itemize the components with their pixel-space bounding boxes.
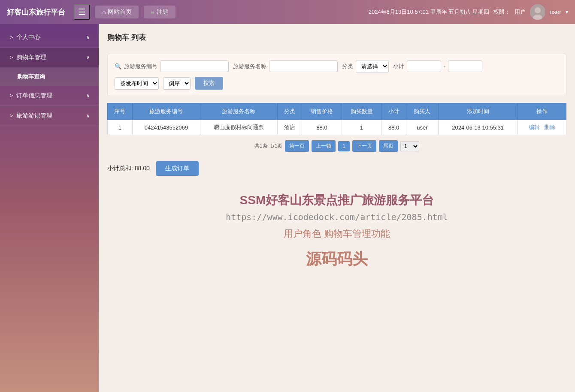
th-category: 分类 (277, 103, 302, 120)
subtotal-field: 小计 - (393, 60, 482, 72)
datetime-display: 2024年6月13日10:57:01 甲辰年 五月初八 星期四 (369, 8, 489, 16)
promo-ssm-title: SSM好客山东景点推广旅游服务平台 (120, 192, 554, 208)
chevron-cart-icon: ∧ (86, 54, 90, 60)
sidebar-item-cart[interactable]: ＞ 购物车管理 ∧ (0, 48, 99, 68)
cell-category: 酒店 (277, 120, 302, 135)
promo-url: https://www.icodedock.com/article/2085.h… (120, 212, 554, 222)
delete-link[interactable]: 删除 (544, 124, 555, 130)
topbar: 好客山东旅行平台 ☰ ⌂ 网站首页 ≡ 注销 2024年6月13日10:57:0… (0, 0, 575, 24)
sort-order-select[interactable]: 倒序 正序 (163, 77, 191, 90)
sidebar-cart-query-label: 购物车查询 (17, 73, 45, 80)
main-layout: ＞ 个人中心 ∨ ＞ 购物车管理 ∧ 购物车查询 ＞ 订单信息管理 ∨ ＞ 旅游… (0, 24, 575, 392)
last-page-button[interactable]: 尾页 (379, 140, 398, 152)
topbar-right: 2024年6月13日10:57:01 甲辰年 五月初八 星期四 权限： 用户 u… (369, 4, 568, 20)
page-title: 购物车 列表 (107, 33, 566, 47)
th-buyer: 购买人 (406, 103, 438, 120)
subtotal-label: 小计 (393, 63, 404, 70)
current-page-button[interactable]: 1 (338, 141, 350, 151)
search-button[interactable]: 搜索 (195, 77, 223, 90)
cell-add-time: 2024-06-13 10:55:31 (438, 120, 518, 135)
sidebar-item-diary[interactable]: ＞ 旅游游记管理 ∨ (0, 106, 99, 126)
search-row-2: 按发布时间 按价格 按小计 倒序 正序 搜索 (115, 77, 559, 90)
edit-link[interactable]: 编辑 (529, 124, 540, 130)
table-header-row: 序号 旅游服务编号 旅游服务名称 分类 销售价格 购买数量 小计 购买人 添加时… (108, 103, 566, 120)
logout-icon: ≡ (151, 9, 154, 15)
permission-label: 权限： (493, 8, 510, 16)
first-page-button[interactable]: 第一页 (285, 140, 309, 152)
sidebar-sub-cart: 购物车查询 (0, 68, 99, 86)
sidebar: ＞ 个人中心 ∨ ＞ 购物车管理 ∧ 购物车查询 ＞ 订单信息管理 ∨ ＞ 旅游… (0, 24, 99, 392)
cell-service-no: 04241543552069 (132, 120, 200, 135)
home-button[interactable]: ⌂ 网站首页 (95, 6, 139, 18)
service-name-input[interactable] (269, 60, 338, 72)
total-records: 共1条 (254, 142, 268, 150)
service-no-label: 旅游服务编号 (124, 63, 157, 70)
th-price: 销售价格 (302, 103, 342, 120)
subtotal-total: 小计总和: 88.00 (107, 165, 150, 172)
th-subtotal: 小计 (381, 103, 406, 120)
sidebar-personal-label: ＞ 个人中心 (9, 33, 40, 41)
source-title: 源码码头 (120, 249, 554, 270)
prev-page-button[interactable]: 上一顿 (312, 140, 336, 152)
cell-service-name: 崂山度假村标间通票 (200, 120, 278, 135)
service-name-label: 旅游服务名称 (233, 63, 266, 70)
sidebar-item-personal[interactable]: ＞ 个人中心 ∨ (0, 27, 99, 48)
pagination-bar: 共1条 1/1页 第一页 上一顿 1 下一页 尾页 1 10 20 (107, 140, 566, 152)
search-bar: 🔍 旅游服务编号 旅游服务名称 分类 请选择 酒店 景点 餐厅 交通 (107, 54, 566, 96)
sidebar-diary-label: ＞ 旅游游记管理 (9, 112, 52, 120)
user-dropdown-icon[interactable]: ▾ (566, 9, 568, 15)
range-separator: - (444, 63, 445, 69)
sidebar-order-label: ＞ 订单信息管理 (9, 92, 52, 100)
search-magnifier-icon: 🔍 (115, 63, 121, 69)
chevron-diary-icon: ∨ (86, 113, 90, 119)
cell-price: 88.0 (302, 120, 342, 135)
category-field: 分类 请选择 酒店 景点 餐厅 交通 (342, 60, 389, 72)
cart-table: 序号 旅游服务编号 旅游服务名称 分类 销售价格 购买数量 小计 购买人 添加时… (107, 103, 566, 135)
table-row: 1 04241543552069 崂山度假村标间通票 酒店 88.0 1 88.… (108, 120, 566, 135)
th-service-no: 旅游服务编号 (132, 103, 200, 120)
th-add-time: 添加时间 (438, 103, 518, 120)
promo-slogan: 用户角色 购物车管理功能 (120, 227, 554, 240)
cell-quantity: 1 (342, 120, 381, 135)
svg-point-1 (535, 7, 541, 13)
logout-label: 注销 (157, 8, 169, 16)
cell-seq: 1 (108, 120, 133, 135)
sidebar-cart-label: ＞ 购物车管理 (9, 54, 46, 61)
th-seq: 序号 (108, 103, 133, 120)
home-label: 网站首页 (108, 8, 132, 16)
site-logo: 好客山东旅行平台 (7, 7, 65, 17)
search-row-1: 🔍 旅游服务编号 旅游服务名称 分类 请选择 酒店 景点 餐厅 交通 (115, 60, 559, 72)
th-quantity: 购买数量 (342, 103, 381, 120)
username-display: user (550, 9, 561, 15)
footer-bar: 小计总和: 88.00 生成订单 (107, 158, 566, 179)
sort-field-select[interactable]: 按发布时间 按价格 按小计 (115, 77, 159, 90)
page-info: 1/1页 (270, 142, 283, 150)
create-order-button[interactable]: 生成订单 (156, 161, 199, 176)
avatar (530, 4, 545, 20)
chevron-order-icon: ∨ (86, 93, 90, 99)
sidebar-item-cart-query[interactable]: 购物车查询 (0, 68, 99, 86)
logout-button[interactable]: ≡ 注销 (144, 6, 175, 18)
next-page-button[interactable]: 下一页 (352, 140, 376, 152)
subtotal-to-input[interactable] (448, 60, 482, 72)
service-name-field: 旅游服务名称 (233, 60, 338, 72)
cell-subtotal: 88.0 (381, 120, 406, 135)
sidebar-item-order[interactable]: ＞ 订单信息管理 ∨ (0, 86, 99, 106)
category-label: 分类 (342, 63, 353, 70)
service-no-field: 🔍 旅游服务编号 (115, 60, 229, 72)
page-size-select[interactable]: 1 10 20 (400, 141, 419, 151)
permission-value: 用户 (514, 8, 526, 16)
cell-actions: 编辑 删除 (518, 120, 566, 135)
menu-toggle-button[interactable]: ☰ (74, 4, 90, 20)
promo-area: SSM好客山东景点推广旅游服务平台 https://www.icodedock.… (107, 179, 566, 283)
subtotal-from-input[interactable] (407, 60, 441, 72)
service-no-input[interactable] (160, 60, 229, 72)
th-service-name: 旅游服务名称 (200, 103, 278, 120)
th-actions: 操作 (518, 103, 566, 120)
main-content: 购物车 列表 🔍 旅游服务编号 旅游服务名称 分类 请选择 酒店 (99, 24, 575, 392)
category-select[interactable]: 请选择 酒店 景点 餐厅 交通 (356, 60, 389, 72)
home-icon: ⌂ (102, 9, 106, 15)
chevron-personal-icon: ∨ (86, 34, 90, 40)
cell-buyer: user (406, 120, 438, 135)
